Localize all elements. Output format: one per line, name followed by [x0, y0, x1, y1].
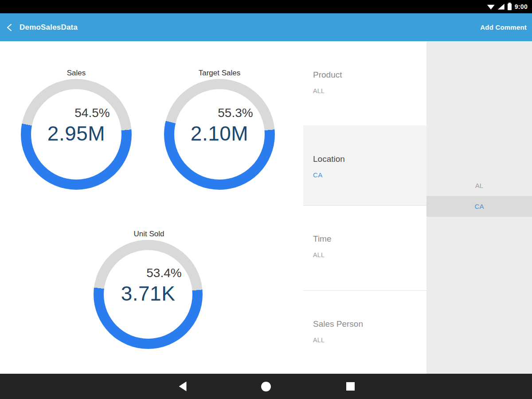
- battery-icon: [508, 4, 512, 10]
- filter-panel: Product ALL Location CA Time ALL Sales P…: [303, 41, 426, 374]
- filter-section-sales-person[interactable]: Sales Person ALL: [303, 290, 426, 374]
- option-al[interactable]: AL: [426, 175, 532, 196]
- navigation-bar: [0, 374, 532, 399]
- filter-section-location[interactable]: Location CA: [303, 125, 426, 205]
- back-button[interactable]: [0, 18, 20, 37]
- back-triangle-icon: [179, 382, 187, 391]
- gauge-value: 2.10M: [191, 121, 248, 146]
- gauge-chart-unit-sold[interactable]: 53.4% 3.71K: [94, 240, 203, 349]
- gauge-title-sales: Sales: [21, 69, 132, 78]
- wifi-icon: [487, 4, 495, 10]
- filter-value: CA: [313, 171, 426, 179]
- filter-label: Product: [313, 70, 426, 80]
- recents-square-icon: [346, 382, 355, 391]
- gauge-percent: 54.5%: [74, 105, 110, 121]
- gauge-percent: 55.3%: [218, 105, 253, 121]
- filter-options-panel: AL CA: [426, 41, 532, 374]
- gauge-chart-target-sales[interactable]: 55.3% 2.10M: [164, 79, 275, 190]
- signal-icon: [498, 4, 505, 10]
- app-bar: DemoSalesData Add Comment: [0, 13, 532, 41]
- filter-value: ALL: [313, 336, 426, 344]
- option-ca[interactable]: CA: [426, 196, 532, 217]
- status-time: 9:00: [515, 3, 528, 10]
- gauge-chart-sales[interactable]: 54.5% 2.95M: [21, 79, 132, 190]
- add-comment-button[interactable]: Add Comment: [480, 23, 532, 31]
- gauge-value: 2.95M: [47, 121, 105, 146]
- status-bar: 9:00: [0, 0, 532, 13]
- gauge-title-unit-sold: Unit Sold: [94, 230, 204, 239]
- home-circle-icon: [261, 382, 271, 391]
- filter-label: Location: [313, 154, 426, 164]
- gauge-hole: 55.3% 2.10M: [174, 89, 265, 180]
- gauge-hole: 53.4% 3.71K: [104, 250, 192, 339]
- filter-label: Sales Person: [313, 319, 426, 329]
- filter-label: Time: [313, 234, 426, 244]
- nav-home-button[interactable]: [253, 374, 279, 399]
- page-title: DemoSalesData: [20, 23, 78, 32]
- filter-section-product[interactable]: Product ALL: [303, 41, 426, 125]
- nav-recents-button[interactable]: [337, 374, 364, 399]
- filter-value: ALL: [313, 251, 426, 259]
- nav-back-button[interactable]: [169, 374, 196, 399]
- gauge-percent: 53.4%: [146, 265, 181, 281]
- gauge-hole: 54.5% 2.95M: [31, 89, 121, 180]
- gauge-title-target-sales: Target Sales: [164, 69, 275, 78]
- gauge-value: 3.71K: [121, 281, 176, 306]
- app-screen: 9:00 DemoSalesData Add Comment Sales 54.…: [0, 0, 532, 399]
- filter-value: ALL: [313, 87, 426, 95]
- chevron-left-icon: [4, 22, 15, 33]
- filter-section-time[interactable]: Time ALL: [303, 205, 426, 290]
